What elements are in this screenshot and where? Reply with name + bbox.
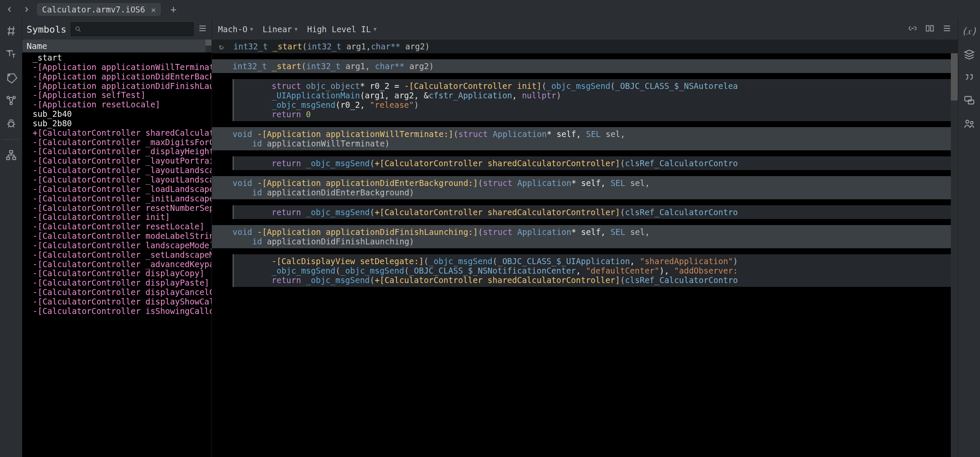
svg-rect-5: [9, 151, 12, 153]
symbols-list[interactable]: _start-[Application applicationWillTermi…: [22, 52, 212, 457]
svg-point-14: [970, 122, 973, 124]
symbol-row[interactable]: -[CalculatorController _layoutLandscapeF…: [33, 175, 212, 185]
search-icon: [75, 26, 82, 33]
symbol-row[interactable]: -[CalculatorController isShowingCalloutB…: [33, 307, 212, 316]
function-body: -[CalcDisplayView setDelegate:](_objc_ms…: [233, 254, 958, 287]
svg-rect-7: [12, 157, 15, 160]
format-dropdown[interactable]: Mach-O▼: [218, 24, 253, 34]
new-tab-button[interactable]: +: [164, 3, 182, 15]
view-mode-dropdown[interactable]: Linear▼: [263, 24, 298, 34]
layers-icon[interactable]: [962, 46, 977, 62]
variable-icon[interactable]: (𝑥): [962, 23, 977, 39]
function-header: void -[Application applicationDidFinishL…: [212, 225, 958, 248]
symbol-row[interactable]: -[Application selfTest]: [33, 91, 212, 100]
file-tab[interactable]: Calculator.armv7.iOS6 ✕: [37, 3, 161, 16]
symbol-row[interactable]: -[CalculatorController _setLandscapeMode…: [33, 250, 212, 260]
forward-button[interactable]: [20, 3, 33, 16]
symbol-row[interactable]: -[CalculatorController _layoutLandscapeS…: [33, 166, 212, 175]
svg-rect-9: [926, 26, 929, 31]
view-menu-button[interactable]: [942, 24, 952, 35]
symbol-row[interactable]: -[Application resetLocale]: [33, 100, 212, 110]
split-icon[interactable]: [925, 24, 935, 35]
symbol-row[interactable]: -[Application applicationWillTerminate:]: [33, 63, 212, 72]
hash-icon[interactable]: [3, 23, 19, 39]
function-header: void -[Application applicationWillTermin…: [212, 127, 958, 150]
function-body: return _objc_msgSend(+[CalculatorControl…: [233, 205, 958, 219]
symbol-row[interactable]: -[CalculatorController resetNumberSepara…: [33, 204, 212, 213]
chat-icon[interactable]: [962, 93, 977, 108]
code-area[interactable]: int32_t _start(int32_t arg1, char** arg2…: [212, 53, 958, 457]
disassembly-view: Mach-O▼ Linear▼ High Level IL▼ ↻ int32_t…: [212, 19, 958, 457]
left-rail: [0, 19, 22, 457]
code-scrollbar[interactable]: [951, 53, 958, 457]
symbols-column-header[interactable]: Name: [22, 40, 212, 52]
sidebar-menu-button[interactable]: [198, 24, 207, 35]
function-header: int32_t _start(int32_t arg1, char** arg2…: [212, 59, 958, 73]
tag-icon[interactable]: [3, 70, 19, 85]
hierarchy-icon[interactable]: [3, 147, 19, 163]
back-button[interactable]: [3, 3, 16, 16]
quote-icon[interactable]: [962, 70, 977, 85]
symbol-row[interactable]: -[Application applicationDidFinishLaunch…: [33, 82, 212, 91]
symbol-row[interactable]: -[CalculatorController displayShowCallou…: [33, 297, 212, 307]
svg-point-8: [76, 27, 79, 30]
symbol-row[interactable]: -[CalculatorController displayPaste]: [33, 278, 212, 288]
function-body: struct objc_object* r0_2 = -[CalculatorC…: [233, 79, 958, 121]
symbol-row[interactable]: -[CalculatorController _initLandscape]: [33, 194, 212, 204]
symbol-row[interactable]: -[CalculatorController modeLabelString]: [33, 232, 212, 241]
svg-point-4: [9, 122, 14, 127]
function-body: return _objc_msgSend(+[CalculatorControl…: [233, 156, 958, 170]
graph-icon[interactable]: [3, 93, 19, 108]
symbol-row[interactable]: sub_2b80: [33, 119, 212, 128]
symbol-row[interactable]: -[Application applicationDidEnterBackgro…: [33, 72, 212, 82]
symbol-row[interactable]: -[CalculatorController _displayHeightFor…: [33, 147, 212, 156]
tab-label: Calculator.armv7.iOS6: [42, 5, 145, 14]
svg-point-0: [8, 75, 9, 76]
svg-point-3: [10, 102, 12, 104]
symbol-row[interactable]: -[CalculatorController resetLocale]: [33, 222, 212, 232]
collab-icon[interactable]: [962, 116, 977, 131]
types-icon[interactable]: [3, 46, 19, 62]
right-rail: (𝑥): [958, 19, 980, 457]
symbol-row[interactable]: -[CalculatorController _loadLandscapeIma…: [33, 185, 212, 194]
close-tab-icon[interactable]: ✕: [151, 5, 156, 14]
link-icon[interactable]: [908, 24, 917, 35]
view-toolbar: Mach-O▼ Linear▼ High Level IL▼: [212, 19, 958, 40]
svg-rect-10: [931, 26, 933, 31]
symbol-row[interactable]: -[CalculatorController init]: [33, 213, 212, 222]
bug-icon[interactable]: [3, 116, 19, 131]
il-level-dropdown[interactable]: High Level IL▼: [307, 24, 377, 34]
symbol-row[interactable]: _start: [33, 53, 212, 63]
sidebar-title: Symbols: [27, 24, 67, 35]
function-signature-bar: ↻ int32_t _start( int32_t arg1, char** a…: [212, 40, 958, 53]
svg-rect-6: [6, 157, 9, 160]
symbol-row[interactable]: -[CalculatorController _maxDigitsForCurr…: [33, 138, 212, 147]
symbols-search-input[interactable]: [71, 22, 194, 36]
refresh-icon[interactable]: ↻: [219, 42, 224, 51]
symbols-panel: Symbols Name _start-[Application applica…: [22, 19, 212, 457]
function-header: void -[Application applicationDidEnterBa…: [212, 176, 958, 199]
symbol-row[interactable]: -[CalculatorController _advancedKeypadVi…: [33, 260, 212, 269]
svg-point-13: [965, 120, 968, 123]
symbol-row[interactable]: -[CalculatorController landscapeMode]: [33, 241, 212, 250]
symbol-row[interactable]: -[CalculatorController _layoutPortraitSu…: [33, 156, 212, 166]
symbol-row[interactable]: -[CalculatorController displayCancelCall…: [33, 288, 212, 297]
titlebar: Calculator.armv7.iOS6 ✕ +: [0, 0, 980, 19]
symbol-row[interactable]: sub_2b40: [33, 110, 212, 119]
symbol-row[interactable]: -[CalculatorController displayCopy]: [33, 269, 212, 278]
symbol-row[interactable]: +[CalculatorController sharedCalculatorC…: [33, 128, 212, 138]
